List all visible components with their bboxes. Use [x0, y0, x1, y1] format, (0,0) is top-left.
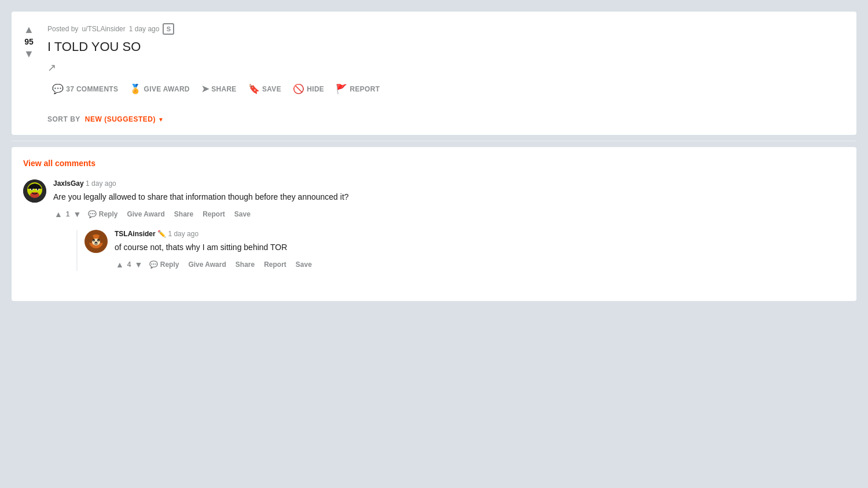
page-container: ▲ 95 ▼ Posted by u/TSLAinsider 1 day ago… — [0, 0, 868, 313]
reply-icon: 💬 — [88, 210, 97, 218]
award-icon: 🏅 — [130, 83, 141, 94]
pencil-icon: ✏️ — [157, 230, 168, 238]
nested-reply-icon: 💬 — [149, 260, 158, 269]
nested-upvote-button[interactable]: ▲ — [115, 259, 125, 270]
post-title: I TOLD YOU SO — [47, 39, 845, 54]
nested-share-button[interactable]: Share — [232, 258, 258, 271]
svg-point-6 — [30, 192, 39, 198]
report-icon: 🚩 — [336, 83, 347, 94]
comment-time: 1 day ago — [86, 179, 116, 188]
vote-column: ▲ 95 ▼ — [17, 23, 41, 60]
upvote-button[interactable]: ▲ — [23, 23, 35, 36]
comment-vote-count: 1 — [66, 210, 70, 218]
nested-give-award-button[interactable]: Give Award — [185, 258, 229, 271]
comments-icon: 💬 — [52, 83, 64, 94]
post-time: 1 day ago — [129, 25, 160, 33]
expand-icon: ↗ — [47, 61, 845, 74]
post-card: ▲ 95 ▼ Posted by u/TSLAinsider 1 day ago… — [12, 12, 856, 135]
posted-by-label: Posted by — [47, 25, 78, 33]
downvote-button[interactable]: ▼ — [23, 47, 35, 60]
nested-save-button[interactable]: Save — [292, 258, 315, 271]
post-content: Posted by u/TSLAinsider 1 day ago S I TO… — [47, 23, 845, 123]
nested-comment-text: of course not, thats why I am sitting be… — [115, 241, 845, 254]
comment-actions: ▲ 1 ▼ 💬 Reply Give Award Share Report Sa… — [53, 208, 845, 221]
sort-value-button[interactable]: NEW (SUGGESTED) ▼ — [85, 115, 164, 123]
hide-icon: 🚫 — [293, 83, 304, 94]
comment-give-award-button[interactable]: Give Award — [123, 208, 168, 221]
nested-comment-inner: TSLAinsider ✏️ 1 day ago of course not, … — [84, 230, 845, 271]
avatar — [84, 230, 108, 253]
post-username[interactable]: u/TSLAinsider — [82, 25, 125, 33]
chevron-down-icon: ▼ — [158, 116, 164, 123]
comment-reply-button[interactable]: 💬 Reply — [84, 208, 121, 221]
nested-comment: TSLAinsider ✏️ 1 day ago of course not, … — [76, 230, 845, 271]
give-award-button[interactable]: 🏅 Give Award — [125, 80, 194, 98]
svg-point-16 — [98, 240, 98, 241]
nested-comment-username[interactable]: TSLAinsider — [115, 230, 156, 238]
comment-meta: JaxIsGay 1 day ago — [53, 179, 845, 188]
save-button[interactable]: 🔖 Save — [244, 80, 286, 98]
comment-downvote-button[interactable]: ▼ — [72, 208, 83, 220]
save-icon: 🔖 — [248, 83, 260, 94]
comment-text: Are you legally allowed to share that in… — [53, 191, 845, 203]
sort-label: SORT BY — [47, 115, 80, 123]
comment: JaxIsGay 1 day ago Are you legally allow… — [23, 179, 845, 280]
comment-report-button[interactable]: Report — [199, 208, 229, 221]
comment-save-button[interactable]: Save — [231, 208, 254, 221]
nested-comment-vote: ▲ 4 ▼ — [115, 259, 144, 270]
avatar — [23, 179, 46, 203]
avatar-svg — [23, 179, 46, 203]
svg-point-15 — [93, 240, 94, 241]
section-divider — [12, 141, 856, 141]
comment-upvote-button[interactable]: ▲ — [53, 208, 64, 220]
share-button[interactable]: ➤ Share — [197, 80, 241, 98]
comment-share-button[interactable]: Share — [171, 208, 197, 221]
streak-icon: S — [163, 23, 174, 35]
nested-vote-count: 4 — [127, 260, 131, 269]
nested-downvote-button[interactable]: ▼ — [134, 259, 144, 270]
tsla-avatar-svg — [87, 232, 105, 251]
comments-button[interactable]: 💬 37 Comments — [47, 80, 123, 98]
vote-count: 95 — [24, 37, 34, 46]
comment-username[interactable]: JaxIsGay — [53, 179, 84, 188]
report-button[interactable]: 🚩 Report — [331, 80, 384, 98]
comment-vote: ▲ 1 ▼ — [53, 208, 82, 220]
nested-report-button[interactable]: Report — [260, 258, 290, 271]
post-actions: 💬 37 Comments 🏅 Give Award ➤ Share 🔖 Sav… — [47, 80, 845, 98]
post-meta: Posted by u/TSLAinsider 1 day ago S — [47, 23, 845, 35]
nested-reply-button[interactable]: 💬 Reply — [146, 258, 182, 271]
svg-point-14 — [95, 242, 98, 244]
post-header: ▲ 95 ▼ Posted by u/TSLAinsider 1 day ago… — [17, 23, 845, 123]
nested-comment-actions: ▲ 4 ▼ 💬 Reply Give Award Share Report — [115, 258, 845, 271]
nested-comment-time: 1 day ago — [168, 230, 198, 238]
comment-body: JaxIsGay 1 day ago Are you legally allow… — [53, 179, 845, 280]
nested-comment-meta: TSLAinsider ✏️ 1 day ago — [115, 230, 845, 238]
nested-comment-body: TSLAinsider ✏️ 1 day ago of course not, … — [115, 230, 845, 271]
sort-section: SORT BY NEW (SUGGESTED) ▼ — [47, 109, 845, 123]
comments-section: View all comments — [12, 147, 856, 301]
view-all-comments-link[interactable]: View all comments — [23, 159, 845, 168]
share-icon: ➤ — [201, 83, 209, 94]
hide-button[interactable]: 🚫 Hide — [288, 80, 329, 98]
